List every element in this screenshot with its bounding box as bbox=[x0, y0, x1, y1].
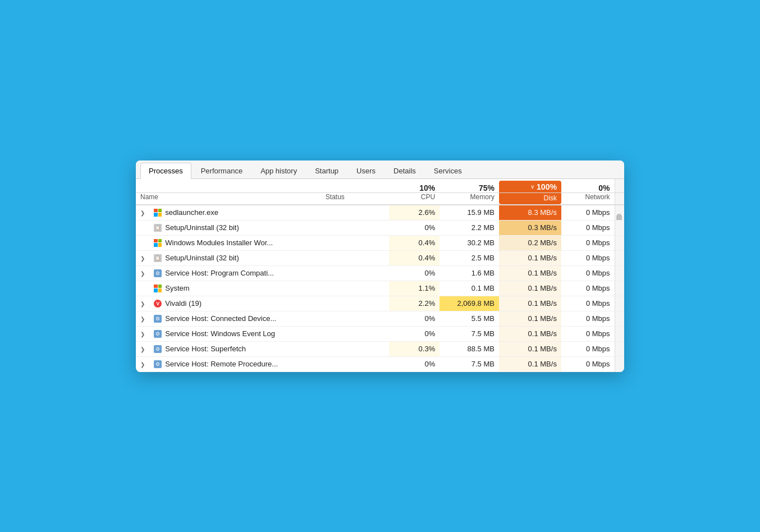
process-name: Setup/Uninstall (32 bit) bbox=[165, 223, 239, 232]
process-disk: 0.1 MB/s bbox=[528, 329, 557, 338]
process-memory-cell: 7.5 MB bbox=[439, 326, 499, 341]
scrollbar-spacer-cell bbox=[615, 205, 624, 221]
table-row[interactable]: ❯ 📋 Setup/Uninstall (32 bit) 0.4% 2.5 MB… bbox=[136, 250, 624, 265]
expand-cell[interactable]: ❯ bbox=[136, 296, 149, 311]
process-network-cell: 0 Mbps bbox=[561, 281, 615, 296]
process-memory-cell: 2.2 MB bbox=[439, 220, 499, 235]
status-header[interactable] bbox=[321, 179, 390, 193]
process-disk-cell: 0.1 MB/s bbox=[499, 296, 561, 311]
process-name: Windows Modules Installer Wor... bbox=[165, 239, 273, 247]
tab-app-history[interactable]: App history bbox=[252, 163, 305, 178]
cpu-percent-value: 10% bbox=[419, 184, 435, 192]
process-network-cell: 0 Mbps bbox=[561, 250, 615, 265]
process-name: Service Host: Superfetch bbox=[165, 345, 246, 353]
expand-cell[interactable]: ❯ bbox=[136, 265, 149, 281]
network-percent-value: 0% bbox=[598, 184, 610, 192]
status-label-header[interactable]: Status bbox=[321, 192, 390, 205]
expand-button[interactable]: ❯ bbox=[139, 316, 146, 322]
tab-performance[interactable]: Performance bbox=[193, 163, 251, 178]
memory-percent-value: 75% bbox=[479, 184, 495, 192]
process-status-cell bbox=[321, 296, 390, 311]
expand-cell bbox=[136, 235, 149, 250]
process-cpu-cell: 0.4% bbox=[389, 235, 439, 250]
process-cpu-cell: 0% bbox=[389, 356, 439, 372]
process-network-cell: 0 Mbps bbox=[561, 356, 615, 372]
setup-icon: 📋 bbox=[153, 254, 162, 263]
table-row[interactable]: ❯ ⚙ Service Host: Windows Event Log 0% 7… bbox=[136, 326, 624, 341]
expand-cell[interactable]: ❯ bbox=[136, 250, 149, 265]
tab-processes[interactable]: Processes bbox=[140, 163, 191, 179]
network-label-header[interactable]: Network bbox=[561, 192, 615, 205]
gear-icon: ⚙ bbox=[153, 314, 162, 323]
expand-cell[interactable]: ❯ bbox=[136, 326, 149, 341]
table-row[interactable]: ❯ ⚙ Service Host: Connected Device... 0%… bbox=[136, 311, 624, 326]
process-cpu: 2.2% bbox=[419, 299, 436, 308]
table-row[interactable]: System 1.1% 0.1 MB 0.1 MB/s 0 Mbps bbox=[136, 281, 624, 296]
cpu-label-header[interactable]: CPU bbox=[389, 192, 439, 205]
expand-button[interactable]: ❯ bbox=[139, 301, 146, 307]
memory-percent-header[interactable]: 75% bbox=[439, 179, 499, 193]
process-name-cell: ⚙ Service Host: Remote Procedure... bbox=[149, 357, 321, 372]
process-disk-cell: 0.1 MB/s bbox=[499, 326, 561, 341]
process-disk: 0.1 MB/s bbox=[528, 284, 557, 292]
table-row[interactable]: ❯ ⚙ Service Host: Program Compati... 0% … bbox=[136, 265, 624, 281]
process-network-cell: 0 Mbps bbox=[561, 311, 615, 326]
disk-label-header[interactable]: Disk bbox=[499, 192, 561, 205]
process-disk-cell: 0.1 MB/s bbox=[499, 311, 561, 326]
process-cpu-cell: 1.1% bbox=[389, 281, 439, 296]
expand-cell[interactable]: ❯ bbox=[136, 341, 149, 356]
memory-label-header[interactable]: Memory bbox=[439, 192, 499, 205]
name-label-header[interactable]: Name bbox=[136, 192, 321, 205]
gear-icon: ⚙ bbox=[153, 269, 162, 278]
disk-percent-header[interactable]: ∨ 100% bbox=[499, 179, 561, 193]
process-disk: 0.1 MB/s bbox=[528, 345, 557, 353]
table-row[interactable]: ❯ V Vivaldi (19) 2.2% 2,069.8 MB 0.1 MB/… bbox=[136, 296, 624, 311]
expand-cell bbox=[136, 281, 149, 296]
process-memory: 2.2 MB bbox=[471, 223, 495, 232]
expand-button[interactable]: ❯ bbox=[139, 346, 146, 352]
tab-users[interactable]: Users bbox=[348, 163, 384, 178]
expand-cell[interactable]: ❯ bbox=[136, 311, 149, 326]
process-status-cell bbox=[321, 265, 390, 281]
expand-button[interactable]: ❯ bbox=[139, 331, 146, 337]
scrollbar-spacer-cell bbox=[615, 220, 624, 235]
process-cpu: 0% bbox=[424, 360, 435, 368]
process-name-cell: ⚙ Service Host: Superfetch bbox=[149, 342, 321, 356]
process-memory: 15.9 MB bbox=[467, 208, 494, 217]
scrollbar-spacer-cell bbox=[615, 311, 624, 326]
expand-button[interactable]: ❯ bbox=[139, 255, 146, 262]
table-row[interactable]: ❯ ⚙ Service Host: Superfetch 0.3% 88.5 M… bbox=[136, 341, 624, 356]
table-row[interactable]: ❯ ⚙ Service Host: Remote Procedure... 0%… bbox=[136, 356, 624, 372]
process-disk-cell: 0.3 MB/s bbox=[499, 220, 561, 235]
network-percent-header[interactable]: 0% bbox=[561, 179, 615, 193]
process-memory-cell: 0.1 MB bbox=[439, 281, 499, 296]
table-row[interactable]: Windows Modules Installer Wor... 0.4% 30… bbox=[136, 235, 624, 250]
expand-cell[interactable]: ❯ bbox=[136, 205, 149, 221]
tab-services[interactable]: Services bbox=[425, 163, 470, 178]
process-disk-cell: 0.1 MB/s bbox=[499, 281, 561, 296]
gear-icon: ⚙ bbox=[153, 345, 162, 354]
name-header[interactable] bbox=[136, 179, 321, 193]
expand-cell[interactable]: ❯ bbox=[136, 356, 149, 372]
tab-details[interactable]: Details bbox=[385, 163, 424, 178]
process-cpu-cell: 0.3% bbox=[389, 341, 439, 356]
column-header-percent-row: 10% 75% ∨ 100% 0% bbox=[136, 179, 624, 193]
expand-button[interactable]: ❯ bbox=[139, 361, 146, 368]
expand-button[interactable]: ❯ bbox=[139, 270, 146, 277]
process-name: Service Host: Connected Device... bbox=[165, 314, 276, 323]
table-row[interactable]: 📋 Setup/Uninstall (32 bit) 0% 2.2 MB 0.3… bbox=[136, 220, 624, 235]
process-name: Service Host: Program Compati... bbox=[165, 269, 274, 277]
table-row[interactable]: ❯ sedlauncher.exe 2.6% 15.9 MB 8.3 MB/s … bbox=[136, 205, 624, 221]
process-name: sedlauncher.exe bbox=[165, 208, 218, 217]
tab-startup[interactable]: Startup bbox=[306, 163, 347, 178]
process-network-cell: 0 Mbps bbox=[561, 220, 615, 235]
process-network: 0 Mbps bbox=[586, 314, 610, 323]
expand-button[interactable]: ❯ bbox=[139, 210, 146, 216]
scrollbar-spacer-cell bbox=[615, 281, 624, 296]
process-disk-cell: 8.3 MB/s bbox=[499, 205, 561, 221]
process-disk: 0.2 MB/s bbox=[528, 239, 557, 247]
process-cpu-cell: 2.2% bbox=[389, 296, 439, 311]
cpu-percent-header[interactable]: 10% bbox=[389, 179, 439, 193]
scrollbar-header-spacer bbox=[615, 179, 624, 193]
process-memory: 30.2 MB bbox=[467, 239, 494, 247]
